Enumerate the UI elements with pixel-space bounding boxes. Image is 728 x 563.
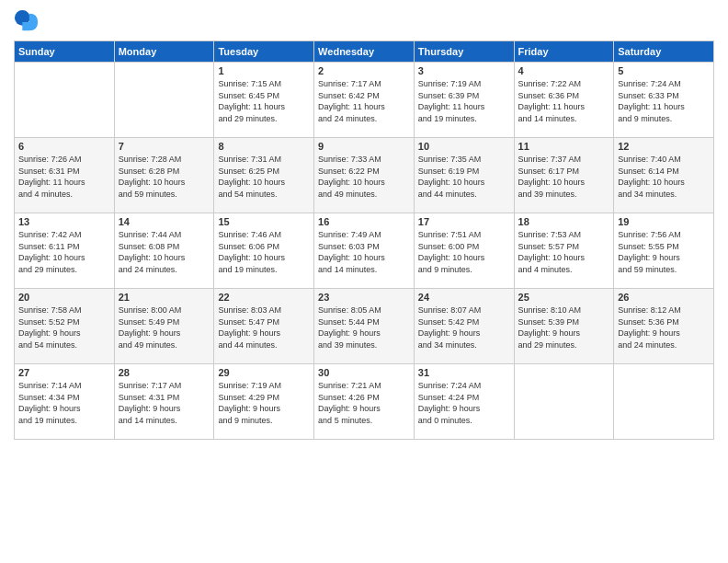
header [14, 9, 714, 35]
column-header-wednesday: Wednesday [314, 41, 415, 63]
day-number: 4 [518, 65, 610, 76]
day-cell: 6Sunrise: 7:26 AM Sunset: 6:31 PM Daylig… [15, 138, 115, 213]
day-cell: 5Sunrise: 7:24 AM Sunset: 6:33 PM Daylig… [614, 63, 714, 138]
day-detail: Sunrise: 7:22 AM Sunset: 6:36 PM Dayligh… [518, 78, 610, 124]
day-cell: 18Sunrise: 7:53 AM Sunset: 5:57 PM Dayli… [514, 213, 614, 289]
day-number: 10 [418, 141, 510, 152]
day-number: 27 [18, 367, 110, 378]
day-number: 31 [418, 367, 510, 378]
week-row-5: 27Sunrise: 7:14 AM Sunset: 4:34 PM Dayli… [15, 364, 714, 440]
day-number: 2 [318, 65, 410, 76]
logo [14, 9, 43, 35]
column-header-tuesday: Tuesday [214, 41, 314, 63]
day-number: 25 [518, 292, 610, 303]
column-header-monday: Monday [114, 41, 214, 63]
day-cell: 11Sunrise: 7:37 AM Sunset: 6:17 PM Dayli… [514, 138, 614, 213]
day-cell: 2Sunrise: 7:17 AM Sunset: 6:42 PM Daylig… [314, 63, 415, 138]
day-number: 19 [618, 216, 710, 227]
day-detail: Sunrise: 8:10 AM Sunset: 5:39 PM Dayligh… [518, 304, 610, 350]
day-number: 18 [518, 216, 610, 227]
day-cell: 24Sunrise: 8:07 AM Sunset: 5:42 PM Dayli… [414, 289, 514, 364]
day-number: 23 [318, 292, 410, 303]
day-detail: Sunrise: 7:31 AM Sunset: 6:25 PM Dayligh… [218, 154, 310, 200]
day-number: 6 [18, 141, 110, 152]
day-cell: 22Sunrise: 8:03 AM Sunset: 5:47 PM Dayli… [214, 289, 314, 364]
day-number: 21 [119, 292, 210, 303]
day-cell [114, 63, 214, 138]
day-cell: 7Sunrise: 7:28 AM Sunset: 6:28 PM Daylig… [114, 138, 214, 213]
day-number: 26 [618, 292, 710, 303]
day-detail: Sunrise: 7:26 AM Sunset: 6:31 PM Dayligh… [18, 154, 110, 200]
day-number: 7 [119, 141, 210, 152]
week-row-4: 20Sunrise: 7:58 AM Sunset: 5:52 PM Dayli… [15, 289, 714, 364]
logo-icon [14, 9, 40, 35]
day-cell: 23Sunrise: 8:05 AM Sunset: 5:44 PM Dayli… [314, 289, 415, 364]
day-detail: Sunrise: 8:05 AM Sunset: 5:44 PM Dayligh… [318, 304, 410, 350]
day-number: 12 [618, 141, 710, 152]
day-detail: Sunrise: 8:00 AM Sunset: 5:49 PM Dayligh… [119, 304, 210, 350]
week-row-3: 13Sunrise: 7:42 AM Sunset: 6:11 PM Dayli… [15, 213, 714, 289]
day-cell: 10Sunrise: 7:35 AM Sunset: 6:19 PM Dayli… [414, 138, 514, 213]
day-number: 9 [318, 141, 410, 152]
day-cell: 4Sunrise: 7:22 AM Sunset: 6:36 PM Daylig… [514, 63, 614, 138]
day-detail: Sunrise: 7:14 AM Sunset: 4:34 PM Dayligh… [18, 380, 110, 426]
day-detail: Sunrise: 7:49 AM Sunset: 6:03 PM Dayligh… [318, 229, 410, 275]
day-detail: Sunrise: 8:12 AM Sunset: 5:36 PM Dayligh… [618, 304, 710, 350]
day-detail: Sunrise: 7:19 AM Sunset: 6:39 PM Dayligh… [418, 78, 510, 124]
day-detail: Sunrise: 7:35 AM Sunset: 6:19 PM Dayligh… [418, 154, 510, 200]
page: SundayMondayTuesdayWednesdayThursdayFrid… [0, 0, 728, 449]
day-cell: 26Sunrise: 8:12 AM Sunset: 5:36 PM Dayli… [614, 289, 714, 364]
day-cell: 15Sunrise: 7:46 AM Sunset: 6:06 PM Dayli… [214, 213, 314, 289]
column-header-friday: Friday [514, 41, 614, 63]
day-detail: Sunrise: 7:42 AM Sunset: 6:11 PM Dayligh… [18, 229, 110, 275]
day-number: 11 [518, 141, 610, 152]
day-number: 20 [18, 292, 110, 303]
day-detail: Sunrise: 7:51 AM Sunset: 6:00 PM Dayligh… [418, 229, 510, 275]
day-cell: 30Sunrise: 7:21 AM Sunset: 4:26 PM Dayli… [314, 364, 415, 440]
day-cell: 3Sunrise: 7:19 AM Sunset: 6:39 PM Daylig… [414, 63, 514, 138]
day-cell [614, 364, 714, 440]
day-detail: Sunrise: 7:19 AM Sunset: 4:29 PM Dayligh… [218, 380, 310, 426]
day-cell: 19Sunrise: 7:56 AM Sunset: 5:55 PM Dayli… [614, 213, 714, 289]
day-detail: Sunrise: 7:17 AM Sunset: 6:42 PM Dayligh… [318, 78, 410, 124]
day-cell: 21Sunrise: 8:00 AM Sunset: 5:49 PM Dayli… [114, 289, 214, 364]
day-number: 16 [318, 216, 410, 227]
day-number: 1 [218, 65, 310, 76]
column-header-thursday: Thursday [414, 41, 514, 63]
day-number: 22 [218, 292, 310, 303]
day-detail: Sunrise: 8:07 AM Sunset: 5:42 PM Dayligh… [418, 304, 510, 350]
day-number: 5 [618, 65, 710, 76]
day-number: 28 [119, 367, 210, 378]
day-cell: 16Sunrise: 7:49 AM Sunset: 6:03 PM Dayli… [314, 213, 415, 289]
day-cell: 1Sunrise: 7:15 AM Sunset: 6:45 PM Daylig… [214, 63, 314, 138]
day-detail: Sunrise: 7:17 AM Sunset: 4:31 PM Dayligh… [119, 380, 210, 426]
day-number: 17 [418, 216, 510, 227]
day-number: 8 [218, 141, 310, 152]
day-detail: Sunrise: 7:53 AM Sunset: 5:57 PM Dayligh… [518, 229, 610, 275]
day-detail: Sunrise: 7:37 AM Sunset: 6:17 PM Dayligh… [518, 154, 610, 200]
day-number: 15 [218, 216, 310, 227]
day-cell: 12Sunrise: 7:40 AM Sunset: 6:14 PM Dayli… [614, 138, 714, 213]
day-cell: 17Sunrise: 7:51 AM Sunset: 6:00 PM Dayli… [414, 213, 514, 289]
day-number: 29 [218, 367, 310, 378]
week-row-1: 1Sunrise: 7:15 AM Sunset: 6:45 PM Daylig… [15, 63, 714, 138]
day-detail: Sunrise: 7:46 AM Sunset: 6:06 PM Dayligh… [218, 229, 310, 275]
day-cell: 29Sunrise: 7:19 AM Sunset: 4:29 PM Dayli… [214, 364, 314, 440]
day-detail: Sunrise: 7:56 AM Sunset: 5:55 PM Dayligh… [618, 229, 710, 275]
day-detail: Sunrise: 7:44 AM Sunset: 6:08 PM Dayligh… [119, 229, 210, 275]
day-cell: 14Sunrise: 7:44 AM Sunset: 6:08 PM Dayli… [114, 213, 214, 289]
day-detail: Sunrise: 7:33 AM Sunset: 6:22 PM Dayligh… [318, 154, 410, 200]
day-number: 3 [418, 65, 510, 76]
day-number: 24 [418, 292, 510, 303]
day-cell: 25Sunrise: 8:10 AM Sunset: 5:39 PM Dayli… [514, 289, 614, 364]
column-header-sunday: Sunday [15, 41, 115, 63]
day-detail: Sunrise: 7:40 AM Sunset: 6:14 PM Dayligh… [618, 154, 710, 200]
day-cell: 8Sunrise: 7:31 AM Sunset: 6:25 PM Daylig… [214, 138, 314, 213]
day-cell: 9Sunrise: 7:33 AM Sunset: 6:22 PM Daylig… [314, 138, 415, 213]
day-detail: Sunrise: 7:15 AM Sunset: 6:45 PM Dayligh… [218, 78, 310, 124]
day-detail: Sunrise: 8:03 AM Sunset: 5:47 PM Dayligh… [218, 304, 310, 350]
day-cell: 20Sunrise: 7:58 AM Sunset: 5:52 PM Dayli… [15, 289, 115, 364]
day-cell [514, 364, 614, 440]
day-detail: Sunrise: 7:24 AM Sunset: 6:33 PM Dayligh… [618, 78, 710, 124]
calendar-header-row: SundayMondayTuesdayWednesdayThursdayFrid… [15, 41, 714, 63]
